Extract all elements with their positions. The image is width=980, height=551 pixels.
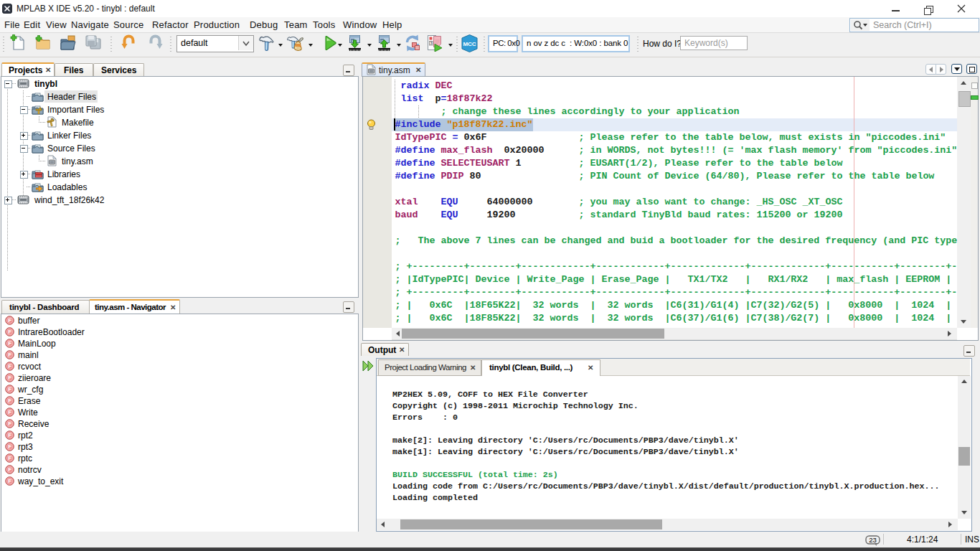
svg-text:F: F [8,420,11,427]
svg-text:F: F [8,478,11,484]
svg-text:F: F [8,375,11,381]
svg-text:MCC: MCC [463,41,476,47]
svg-text:F: F [8,466,11,473]
svg-text:F: F [8,329,11,335]
svg-text:F: F [8,340,11,347]
svg-text:F: F [8,386,11,392]
svg-text:3: 3 [430,41,432,45]
svg-text:F: F [8,443,11,450]
svg-text:F: F [8,409,11,415]
svg-text:F: F [8,432,11,438]
svg-text:F: F [8,317,11,324]
svg-text:23: 23 [869,536,877,544]
svg-text:F: F [8,397,11,404]
svg-text:F: F [8,352,11,358]
svg-text:F: F [8,455,11,461]
svg-text:F: F [8,363,11,369]
